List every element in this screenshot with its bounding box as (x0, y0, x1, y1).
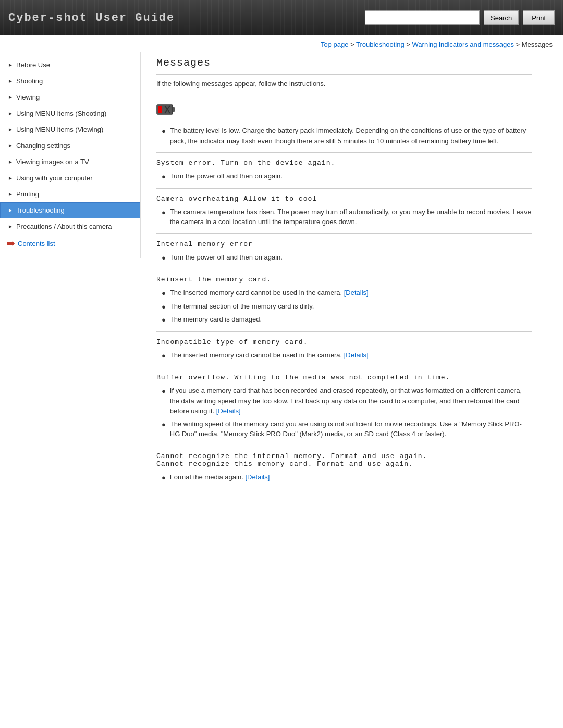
section-heading-buffer-overflow: Buffer overflow. Writing to the media wa… (156, 374, 532, 381)
bullet-dot: ● (162, 351, 166, 361)
search-button[interactable]: Search (484, 10, 519, 25)
contents-list-label: Contents list (18, 240, 55, 248)
breadcrumb: Top page > Troubleshooting > Warning ind… (0, 35, 563, 52)
reinsert-bullet-1: ● The inserted memory card cannot be use… (162, 288, 532, 299)
arrow-icon: ► (8, 224, 13, 229)
buffer-bullet-1: ● If you use a memory card that has been… (162, 386, 532, 416)
sidebar-item-shooting[interactable]: ► Shooting (0, 73, 140, 89)
sidebar-item-changing-settings[interactable]: ► Changing settings (0, 138, 140, 154)
section-divider-0 (156, 95, 532, 95)
sidebar-item-viewing[interactable]: ► Viewing (0, 89, 140, 105)
battery-low-icon (156, 103, 175, 117)
arrow-icon: ► (8, 175, 13, 181)
details-link[interactable]: [Details] (216, 407, 241, 415)
battery-bullet-text: The battery level is low. Charge the bat… (170, 126, 532, 146)
details-link[interactable]: [Details] (344, 351, 369, 359)
page-layout: ► Before Use ► Shooting ► Viewing ► Usin… (0, 52, 563, 501)
buffer-bullet-2: ● The writing speed of the memory card y… (162, 419, 532, 439)
print-button[interactable]: Print (523, 10, 555, 25)
bullet-dot: ● (162, 126, 166, 137)
svg-rect-1 (173, 107, 175, 112)
section-incompatible: Incompatible type of memory card. ● The … (156, 331, 532, 361)
breadcrumb-top[interactable]: Top page (321, 41, 349, 48)
bullet-dot: ● (162, 288, 166, 299)
sidebar-item-precautions[interactable]: ► Precautions / About this camera (0, 218, 140, 235)
battery-bullet: ● The battery level is low. Charge the b… (162, 126, 532, 146)
section-internal-memory: Internal memory error ● Turn the power o… (156, 233, 532, 263)
sidebar-item-viewing-tv[interactable]: ► Viewing images on a TV (0, 154, 140, 170)
sidebar: ► Before Use ► Shooting ► Viewing ► Usin… (0, 52, 141, 258)
internal-memory-bullet-1: ● Turn the power off and then on again. (162, 252, 532, 263)
system-error-bullet-1: ● Turn the power off and then on again. (162, 171, 532, 182)
bullet-dot: ● (162, 315, 166, 325)
arrow-icon: ► (8, 207, 13, 213)
section-reinsert: Reinsert the memory card. ● The inserted… (156, 269, 532, 325)
app-title: Cyber-shot User Guide (8, 11, 175, 24)
breadcrumb-warning[interactable]: Warning indicators and messages (412, 41, 514, 48)
sidebar-item-before-use[interactable]: ► Before Use (0, 57, 140, 73)
overheating-bullet-1: ● The camera temperature has risen. The … (162, 207, 532, 227)
section-heading-incompatible: Incompatible type of memory card. (156, 338, 532, 346)
arrow-icon: ► (8, 94, 13, 100)
arrow-icon: ► (8, 191, 13, 197)
bullet-dot: ● (162, 171, 166, 182)
bullet-dot: ● (162, 253, 166, 263)
arrow-icon: ► (8, 159, 13, 165)
cannot-recognize-bullet-1: ● Format the media again. [Details] (162, 472, 532, 483)
sidebar-item-using-computer[interactable]: ► Using with your computer (0, 170, 140, 186)
bullet-dot: ● (162, 419, 166, 430)
section-heading-internal-memory: Internal memory error (156, 240, 532, 248)
contents-list-link[interactable]: Contents list (0, 235, 140, 253)
incompatible-bullet-1: ● The inserted memory card cannot be use… (162, 350, 532, 361)
header: Cyber-shot User Guide Search Print (0, 0, 563, 35)
main-content: Messages If the following messages appea… (141, 52, 547, 501)
svg-rect-2 (158, 106, 162, 113)
arrow-icon: ► (8, 110, 13, 116)
breadcrumb-current: Messages (522, 41, 553, 48)
arrow-icon: ► (8, 78, 13, 84)
battery-section: ● The battery level is low. Charge the b… (156, 101, 532, 146)
bullet-dot: ● (162, 386, 166, 397)
page-title: Messages (156, 57, 532, 69)
section-buffer-overflow: Buffer overflow. Writing to the media wa… (156, 367, 532, 439)
arrow-icon: ► (8, 62, 13, 68)
section-system-error: System error. Turn on the device again. … (156, 152, 532, 182)
sidebar-item-using-menu-viewing[interactable]: ► Using MENU items (Viewing) (0, 121, 140, 138)
details-link[interactable]: [Details] (245, 473, 270, 481)
arrow-icon: ► (8, 143, 13, 149)
arrow-icon: ► (8, 127, 13, 132)
section-overheating: Camera overheating Allow it to cool ● Th… (156, 188, 532, 227)
section-heading-cannot-recognize: Cannot recognize the internal memory. Fo… (156, 452, 532, 468)
reinsert-bullet-3: ● The memory card is damaged. (162, 314, 532, 325)
intro-text: If the following messages appear, follow… (156, 80, 532, 88)
sidebar-item-troubleshooting[interactable]: ► Troubleshooting (0, 202, 140, 218)
section-heading-overheating: Camera overheating Allow it to cool (156, 195, 532, 203)
title-divider (156, 74, 532, 75)
bullet-dot: ● (162, 302, 166, 312)
section-heading-reinsert: Reinsert the memory card. (156, 276, 532, 283)
bullet-dot: ● (162, 473, 166, 483)
breadcrumb-troubleshooting[interactable]: Troubleshooting (356, 41, 405, 48)
contents-list-arrow-icon (7, 241, 15, 246)
bullet-dot: ● (162, 207, 166, 218)
sidebar-item-using-menu-shooting[interactable]: ► Using MENU items (Shooting) (0, 105, 140, 121)
section-heading-system-error: System error. Turn on the device again. (156, 159, 532, 167)
search-input[interactable] (365, 10, 480, 25)
details-link[interactable]: [Details] (344, 289, 369, 297)
section-cannot-recognize: Cannot recognize the internal memory. Fo… (156, 446, 532, 483)
sidebar-item-printing[interactable]: ► Printing (0, 186, 140, 202)
reinsert-bullet-2: ● The terminal section of the memory car… (162, 301, 532, 312)
header-controls: Search Print (365, 10, 555, 25)
